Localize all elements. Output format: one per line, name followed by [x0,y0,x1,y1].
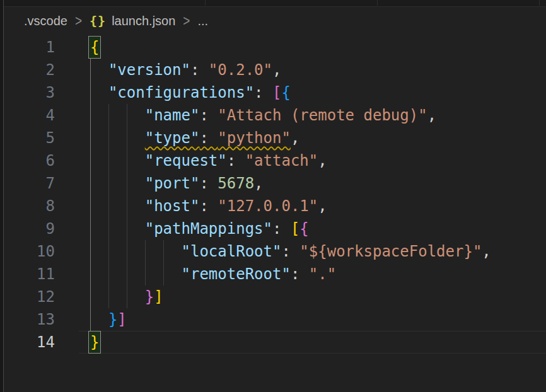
code-line-11[interactable]: "remoteRoot": "." [90,263,491,285]
line-number-2[interactable]: 2 [4,59,55,81]
code-line-3[interactable]: "configurations": [{ [90,81,491,104]
token-b3: { [281,84,290,101]
line-number-5[interactable]: 5 [4,127,55,149]
token-b1: ] [154,288,163,306]
breadcrumb-symbol[interactable]: ... [197,14,208,28]
token-b3: } [108,311,117,328]
token-str: "${workspaceFolder}" [299,243,482,260]
token-pun: : [190,61,209,79]
code-line-13[interactable]: }] [90,308,491,331]
token-pun: , [318,152,327,170]
line-number-1[interactable]: 1 [4,36,55,59]
breadcrumb-file[interactable]: {} launch.json [90,13,175,28]
line-number-8[interactable]: 8 [4,195,55,217]
token-b2: ] [117,311,126,328]
editor-sash[interactable] [0,0,4,392]
line-number-11[interactable]: 11 [4,263,55,285]
token-pun: : [272,220,291,238]
token-str: "attach" [245,152,318,170]
token-key: "host" [145,197,200,215]
token-key: "configurations" [108,84,254,101]
token-key: "name" [145,107,200,124]
code-line-5[interactable]: "type": "python", [90,127,491,149]
breadcrumb: .vscode > {} launch.json > ... [24,8,208,33]
token-pun: : [254,84,272,101]
token-str: "Attach (remote debug)" [218,107,427,124]
token-key: "localRoot" [182,243,282,260]
tab-bar [4,0,546,7]
token-pun: , [482,243,491,260]
code-content[interactable]: { "version": "0.2.0", "configurations": … [90,36,491,354]
code-line-2[interactable]: "version": "0.2.0", [90,59,491,81]
tab-divider [539,0,540,6]
token-pun: : [199,197,218,215]
token-b2: { [299,220,308,238]
token-b1: } [90,333,99,351]
chevron-right-icon: > [75,12,82,30]
token-pun: : [291,265,309,283]
token-pun: , [318,197,327,215]
code-line-12[interactable]: }] [90,285,491,308]
code-line-6[interactable]: "request": "attach", [90,149,491,172]
token-str: "127.0.0.1" [218,197,318,215]
token-pun: : [227,152,245,170]
line-number-12[interactable]: 12 [4,285,55,308]
token-str: "." [309,265,336,283]
token-b2: [ [272,84,281,101]
token-pun: : [199,107,218,124]
token-pun: : [199,175,218,192]
token-pun: , [427,107,436,124]
json-braces-icon: {} [90,13,106,28]
line-number-10[interactable]: 10 [4,240,55,263]
token-b2: } [145,288,154,306]
tab-divider [377,0,378,6]
code-line-9[interactable]: "pathMappings": [{ [90,217,491,240]
code-line-8[interactable]: "host": "127.0.0.1", [90,195,491,217]
token-pun: , [254,175,263,192]
token-b1: { [90,38,99,56]
token-key: "remoteRoot" [182,265,291,283]
token-pun: : [281,243,299,260]
line-number-4[interactable]: 4 [4,104,55,127]
token-pun: , [291,129,299,147]
line-number-3[interactable]: 3 [4,81,55,104]
line-number-14[interactable]: 14 [4,331,55,354]
line-number-9[interactable]: 9 [4,217,55,240]
token-pun: , [272,61,281,79]
breadcrumb-folder[interactable]: .vscode [24,14,67,28]
code-line-14[interactable]: } [90,331,491,354]
code-line-4[interactable]: "name": "Attach (remote debug)", [90,104,491,127]
code-editor[interactable]: 1234567891011121314 { "version": "0.2.0"… [0,36,546,392]
line-number-gutter: 1234567891011121314 [4,36,55,354]
token-key: "request" [145,152,227,170]
token-b1: [ [291,220,299,238]
vscode-editor-window: .vscode > {} launch.json > ... 123456789… [0,0,546,392]
token-str: "0.2.0" [209,61,272,79]
tab-divider [205,0,206,6]
token-key: "port" [145,175,200,192]
token-pun: : [199,129,218,147]
chevron-right-icon: > [183,12,190,30]
token-num: 5678 [218,175,254,192]
line-number-6[interactable]: 6 [4,149,55,172]
token-key: "version" [108,61,190,79]
breadcrumb-file-label: launch.json [112,14,175,28]
code-line-7[interactable]: "port": 5678, [90,172,491,195]
token-key: "type" [145,129,200,147]
line-number-7[interactable]: 7 [4,172,55,195]
code-line-1[interactable]: { [90,36,491,59]
code-line-10[interactable]: "localRoot": "${workspaceFolder}", [90,240,491,263]
token-str: "python" [218,129,291,147]
line-number-13[interactable]: 13 [4,308,55,331]
token-key: "pathMappings" [145,220,272,238]
